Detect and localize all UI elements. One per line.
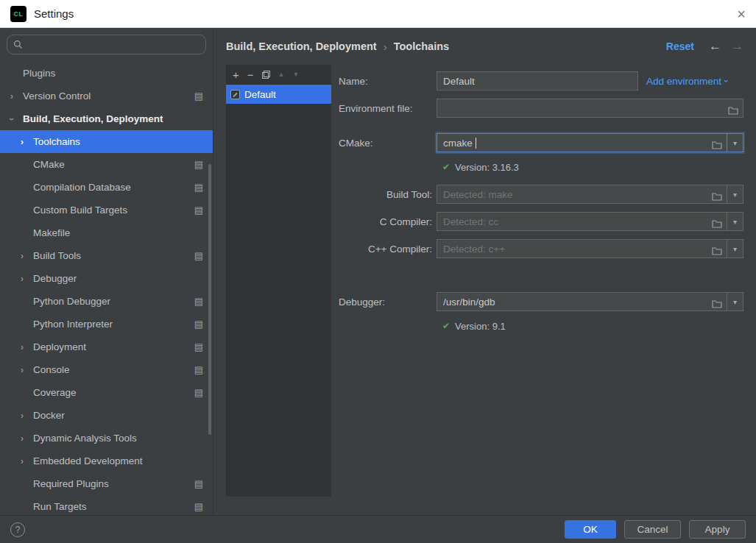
sidebar-item-required-plugins[interactable]: Required Plugins ▤ [0, 472, 213, 495]
sidebar-item-deployment[interactable]: › Deployment ▤ [0, 336, 213, 358]
chevron-right-icon: › [21, 342, 33, 352]
sidebar-item-makefile[interactable]: Makefile [0, 221, 213, 244]
build-tool-input[interactable] [437, 189, 727, 200]
duplicate-toolchain-button[interactable] [262, 71, 270, 79]
sidebar-item-label: Custom Build Targets [33, 205, 127, 216]
sidebar-item-label: Toolchains [33, 136, 80, 147]
breadcrumb-separator: › [384, 40, 387, 53]
name-row: Name: Add environment › [339, 71, 743, 90]
environment-file-input[interactable] [437, 103, 743, 114]
title-bar: CL Settings × [0, 0, 756, 28]
folder-icon[interactable] [712, 139, 722, 152]
breadcrumb-parent[interactable]: Build, Execution, Deployment [226, 40, 377, 52]
forward-arrow-icon[interactable]: → [731, 39, 743, 54]
cmake-row: CMake: ▾ [339, 133, 743, 152]
cpp-compiler-field: ▾ [437, 239, 743, 258]
folder-icon[interactable] [712, 218, 722, 231]
sidebar-item-label: CMake [33, 159, 65, 170]
cancel-button[interactable]: Cancel [624, 520, 681, 539]
sidebar-item-docker[interactable]: › Docker [0, 404, 213, 427]
build-tool-field: ▾ [437, 185, 743, 204]
cpp-compiler-input[interactable] [437, 244, 727, 255]
toolchain-icon [230, 90, 240, 99]
reset-link[interactable]: Reset [666, 40, 694, 52]
sidebar-item-label: Run Targets [33, 501, 87, 512]
project-settings-icon: ▤ [194, 501, 203, 512]
dialog-footer: ? OK Cancel Apply [0, 515, 756, 543]
remove-toolchain-button[interactable]: − [247, 69, 254, 80]
cpp-compiler-dropdown-button[interactable]: ▾ [727, 239, 743, 258]
c-compiler-dropdown-button[interactable]: ▾ [727, 212, 743, 231]
settings-search-box[interactable] [7, 35, 206, 54]
sidebar-item-debugger[interactable]: › Debugger [0, 267, 213, 290]
clion-logo-icon: CL [10, 6, 27, 22]
move-down-button[interactable]: ▼ [292, 71, 299, 78]
move-up-button[interactable]: ▲ [278, 71, 285, 78]
sidebar-item-cmake[interactable]: CMake ▤ [0, 153, 213, 176]
sidebar-item-version-control[interactable]: › Version Control ▤ [0, 85, 213, 107]
back-arrow-icon[interactable]: ← [709, 39, 721, 54]
sidebar-item-embedded-development[interactable]: › Embedded Development [0, 450, 213, 472]
sidebar-item-console[interactable]: › Console ▤ [0, 358, 213, 381]
cmake-label: CMake: [339, 138, 432, 149]
close-icon[interactable]: × [737, 7, 746, 21]
sidebar-scrollbar[interactable] [208, 164, 211, 435]
sidebar-item-python-interpreter[interactable]: Python Interpreter ▤ [0, 313, 213, 336]
add-environment-link[interactable]: Add environment › [646, 76, 728, 87]
chevron-right-icon: › [21, 456, 33, 466]
sidebar-item-toolchains[interactable]: › Toolchains [0, 130, 213, 153]
build-tool-row: Build Tool: ▾ [339, 185, 743, 204]
build-tool-label: Build Tool: [339, 189, 432, 200]
build-tool-dropdown-button[interactable]: ▾ [727, 185, 743, 204]
c-compiler-input[interactable] [437, 216, 727, 227]
sidebar-item-coverage[interactable]: Coverage ▤ [0, 381, 213, 404]
folder-icon[interactable] [712, 191, 722, 204]
apply-button[interactable]: Apply [689, 520, 746, 539]
debugger-field: ▾ [437, 292, 743, 311]
add-environment-label: Add environment [646, 76, 721, 87]
sidebar-item-plugins[interactable]: Plugins [0, 62, 213, 85]
cmake-input[interactable] [437, 138, 727, 149]
sidebar-item-label: Required Plugins [33, 478, 109, 489]
debugger-version-row: ✔ Version: 9.1 [442, 319, 743, 333]
sidebar-item-dynamic-analysis-tools[interactable]: › Dynamic Analysis Tools [0, 427, 213, 450]
settings-sidebar: Plugins › Version Control ▤ › Build, Exe… [0, 28, 213, 515]
sidebar-item-compilation-database[interactable]: Compilation Database ▤ [0, 176, 213, 199]
toolchain-form: Name: Add environment › Environment file… [331, 65, 743, 333]
name-input[interactable] [437, 71, 638, 90]
debugger-input[interactable] [437, 297, 727, 308]
c-compiler-row: C Compiler: ▾ [339, 212, 743, 231]
chevron-right-icon: › [21, 274, 33, 284]
cmake-field: ▾ [437, 133, 743, 152]
search-icon [13, 40, 23, 49]
search-input[interactable] [27, 39, 199, 50]
sidebar-item-python-debugger[interactable]: Python Debugger ▤ [0, 290, 213, 313]
project-settings-icon: ▤ [194, 159, 203, 170]
project-settings-icon: ▤ [194, 250, 203, 261]
debugger-dropdown-button[interactable]: ▾ [727, 292, 743, 311]
toolchain-list-item-default[interactable]: Default [226, 85, 331, 104]
cmake-dropdown-button[interactable]: ▾ [727, 133, 743, 152]
cpp-compiler-row: C++ Compiler: ▾ [339, 239, 743, 258]
ok-button[interactable]: OK [565, 520, 616, 539]
project-settings-icon: ▤ [194, 205, 203, 216]
debugger-version-text: Version: 9.1 [455, 321, 506, 332]
sidebar-item-label: Python Interpreter [33, 319, 113, 330]
folder-icon[interactable] [712, 245, 722, 258]
project-settings-icon: ▤ [194, 341, 203, 352]
sidebar-item-label: Debugger [33, 273, 77, 284]
sidebar-item-build-execution-deployment[interactable]: › Build, Execution, Deployment [0, 107, 213, 130]
add-toolchain-button[interactable]: + [233, 69, 239, 80]
chevron-down-icon: › [10, 114, 23, 124]
sidebar-item-build-tools[interactable]: › Build Tools ▤ [0, 244, 213, 267]
sidebar-item-run-targets[interactable]: Run Targets ▤ [0, 495, 213, 515]
sidebar-item-label: Dynamic Analysis Tools [33, 433, 137, 444]
folder-icon[interactable] [728, 104, 738, 118]
sidebar-item-custom-build-targets[interactable]: Custom Build Targets ▤ [0, 199, 213, 221]
sidebar-item-label: Build Tools [33, 250, 81, 261]
project-settings-icon: ▤ [194, 296, 203, 307]
cpp-compiler-label: C++ Compiler: [339, 244, 432, 255]
help-icon[interactable]: ? [10, 522, 25, 537]
chevron-right-icon: › [10, 91, 23, 102]
folder-icon[interactable] [712, 298, 722, 311]
